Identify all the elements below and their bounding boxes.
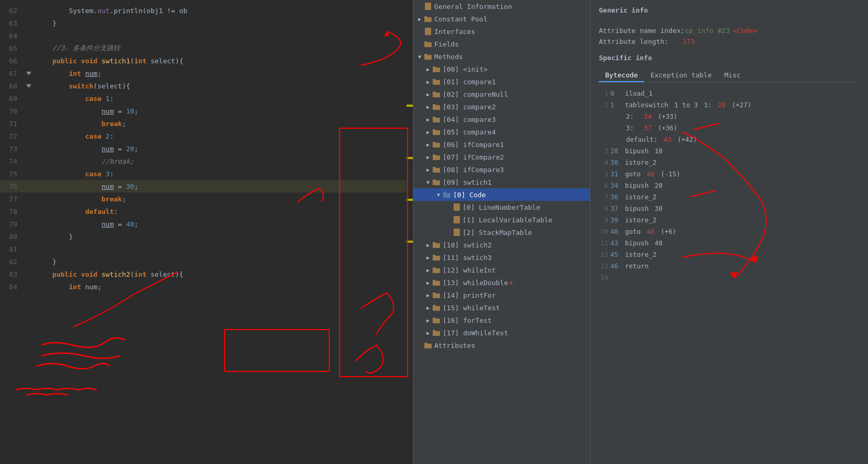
bc-linenum-11: 11 bbox=[599, 237, 608, 249]
bc-linenum-10: 10 bbox=[599, 226, 608, 237]
tree-item-method-8[interactable]: ▶ [08] ifCompare3 bbox=[413, 163, 590, 176]
code-line-77: 77 break; bbox=[0, 193, 413, 205]
folder-icon-m5 bbox=[432, 128, 441, 135]
svg-rect-0 bbox=[225, 330, 329, 371]
expand-icon-lnt bbox=[445, 203, 453, 211]
tree-item-method-1[interactable]: ▶ [01] compare1 bbox=[413, 75, 590, 88]
bc-row-indent-1: 2: 34 (+33) bbox=[599, 111, 860, 122]
line-num-75: 75 bbox=[0, 170, 24, 178]
line-num-81: 81 bbox=[0, 245, 24, 253]
tab-exception-table[interactable]: Exception table bbox=[644, 69, 718, 82]
line-content-63: } bbox=[34, 19, 409, 27]
scroll-mark-4 bbox=[407, 241, 413, 243]
folder-icon-fields bbox=[424, 40, 432, 48]
tree-item-code-0-2[interactable]: [2] StackMapTable bbox=[413, 226, 590, 239]
tree-item-code-0-0[interactable]: [0] LineNumberTable bbox=[413, 201, 590, 213]
line-content-82: } bbox=[34, 258, 409, 266]
bc-linenum-8: 8 bbox=[599, 203, 608, 214]
svg-rect-6 bbox=[454, 229, 460, 236]
expand-icon-m14: ▶ bbox=[424, 291, 432, 299]
line-content-62: System.out.println(obj1 != ob bbox=[34, 7, 409, 15]
code-line-64: 64 bbox=[0, 29, 413, 42]
tree-item-code-0-1[interactable]: [1] LocalVariableTable bbox=[413, 213, 590, 226]
expand-icon-fields bbox=[415, 40, 424, 48]
tree-item-method-10[interactable]: ▶ [10] swtich2 bbox=[413, 239, 590, 251]
tree-item-fields[interactable]: Fields bbox=[413, 38, 590, 50]
code-line-67: 67 int num; bbox=[0, 67, 413, 80]
tree-item-method-17[interactable]: ▶ [17] doWhileTest bbox=[413, 326, 590, 339]
folder-icon-m2 bbox=[432, 90, 441, 98]
tab-misc[interactable]: Misc bbox=[718, 69, 747, 82]
line-num-66: 66 bbox=[0, 57, 24, 65]
tree-item-method-4[interactable]: ▶ [04] compare3 bbox=[413, 113, 590, 126]
tree-item-code-0[interactable]: ▼ [0] Code bbox=[413, 188, 590, 201]
tree-label-general-info: General Information bbox=[434, 3, 512, 10]
tree-item-method-0[interactable]: ▶ [00] <init> bbox=[413, 63, 590, 75]
line-num-77: 77 bbox=[0, 195, 24, 203]
tree-item-method-11[interactable]: ▶ [11] swtich3 bbox=[413, 251, 590, 264]
expand-icon-m4: ▶ bbox=[424, 115, 432, 123]
folder-icon-m11 bbox=[432, 254, 441, 261]
code-line-84: 84 int num; bbox=[0, 280, 413, 293]
tree-item-method-16[interactable]: ▶ [16] forTest bbox=[413, 314, 590, 326]
bc-instr-3: bipush bbox=[625, 145, 653, 157]
tree-item-general-info[interactable]: General Information bbox=[413, 0, 590, 13]
expand-icon-lvt bbox=[445, 216, 453, 224]
expand-icon-m8: ▶ bbox=[424, 165, 432, 174]
tree-item-method-3[interactable]: ▶ [03] compare2 bbox=[413, 100, 590, 113]
bc-instr-6: bipush bbox=[625, 180, 653, 191]
code-line-78: 78 default: bbox=[0, 205, 413, 218]
bc-instr-9: istore_2 bbox=[625, 214, 656, 226]
tree-item-attributes[interactable]: Attributes bbox=[413, 339, 590, 352]
svg-rect-3 bbox=[425, 28, 431, 35]
tree-item-method-13[interactable]: ▶ [13] whileDouble + bbox=[413, 276, 590, 289]
tree-label-m12: [12] whileInt bbox=[443, 266, 496, 274]
tree-item-interfaces[interactable]: Interfaces bbox=[413, 25, 590, 38]
line-content-76: num = 30; bbox=[34, 183, 409, 190]
svg-rect-2 bbox=[425, 3, 431, 10]
tree-item-method-9[interactable]: ▼ [09] swtich1 bbox=[413, 176, 590, 188]
bc-row-8: 8 37 bipush 30 bbox=[599, 203, 860, 214]
line-num-83: 83 bbox=[0, 270, 24, 278]
bc-indent-3-rel: (+42) bbox=[674, 134, 697, 145]
bc-row-4: 4 30 istore_2 bbox=[599, 157, 860, 168]
tree-label-smt: [2] StackMapTable bbox=[462, 229, 532, 236]
tab-bytecode[interactable]: Bytecode bbox=[599, 69, 644, 82]
bc-indent-2-text: 3: bbox=[626, 122, 642, 134]
line-content-70: num = 10; bbox=[34, 107, 409, 115]
scroll-bar[interactable] bbox=[407, 0, 413, 464]
bc-instr-13: return bbox=[625, 261, 649, 272]
expand-icon-m5: ▶ bbox=[424, 128, 432, 136]
folder-icon-attrs bbox=[424, 342, 432, 349]
tree-item-method-15[interactable]: ▶ [15] whileTest bbox=[413, 301, 590, 314]
tree-item-method-2[interactable]: ▶ [02] compareNull bbox=[413, 88, 590, 100]
folder-icon-m14 bbox=[432, 291, 441, 299]
line-content-68: switch(select){ bbox=[34, 82, 409, 90]
folder-icon-m4 bbox=[432, 116, 441, 123]
folder-icon-constant bbox=[424, 15, 432, 22]
bc-instr-2: tableswitch bbox=[625, 99, 672, 111]
tree-item-constant-pool[interactable]: ▶ Constant Pool bbox=[413, 13, 590, 25]
tree-label-m3: [03] compare2 bbox=[443, 103, 496, 111]
code-line-65: 65 //3. 多条件分支跳转 bbox=[0, 42, 413, 54]
bc-row-9: 9 39 istore_2 bbox=[599, 214, 860, 226]
tree-item-methods[interactable]: ▼ Methods bbox=[413, 50, 590, 63]
expand-icon-m7: ▶ bbox=[424, 153, 432, 161]
code-line-63: 63 } bbox=[0, 17, 413, 29]
bc-row-13: 13 46 return bbox=[599, 261, 860, 272]
bc-indent-1-rel: (+33) bbox=[654, 111, 677, 122]
tree-item-method-14[interactable]: ▶ [14] printFor bbox=[413, 289, 590, 301]
tree-label-m4: [04] compare3 bbox=[443, 116, 496, 123]
tree-item-method-12[interactable]: ▶ [12] whileInt bbox=[413, 264, 590, 276]
bc-offset-8: 37 bbox=[610, 203, 623, 214]
tree-label-m17: [17] doWhileTest bbox=[443, 329, 508, 337]
scroll-mark-1 bbox=[407, 105, 413, 107]
expand-icon-m1: ▶ bbox=[424, 77, 432, 86]
bc-linenum-4: 4 bbox=[599, 157, 608, 168]
tree-item-method-6[interactable]: ▶ [06] ifCompare1 bbox=[413, 138, 590, 151]
line-num-64: 64 bbox=[0, 32, 24, 40]
tree-item-method-7[interactable]: ▶ [07] ifCompare2 bbox=[413, 151, 590, 163]
code-line-75: 75 case 3: bbox=[0, 167, 413, 180]
expand-icon-m12: ▶ bbox=[424, 266, 432, 274]
tree-item-method-5[interactable]: ▶ [05] compare4 bbox=[413, 126, 590, 138]
